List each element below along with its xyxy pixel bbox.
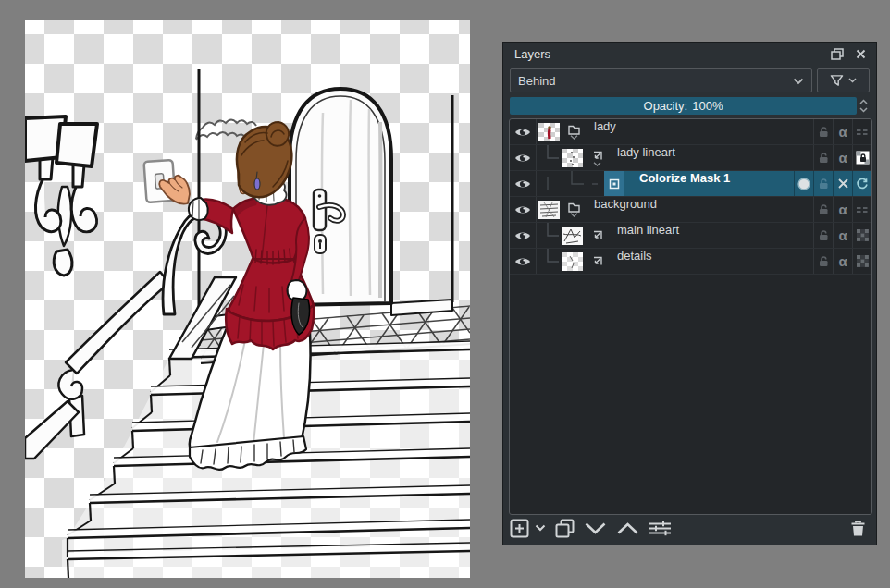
lock-toggle[interactable] [813,197,833,222]
tree-branch [560,171,585,196]
layer-row-main-lineart[interactable]: main lineart α [510,223,871,249]
lock-icon [818,126,829,138]
layer-row-colorize-mask[interactable]: Colorize Mask 1 [510,171,871,197]
passthrough-icon [856,128,869,137]
tree-branch [537,223,560,248]
layer-list: lady α lady lineart α [509,118,872,515]
layer-name: lady [594,119,616,144]
canvas[interactable] [25,20,470,578]
eye-icon [514,229,531,242]
add-layer-options-button[interactable] [535,524,546,532]
layer-row-details[interactable]: details α [510,249,871,275]
lock-icon [818,203,829,215]
alpha-toggle[interactable]: α [833,197,852,222]
add-layer-button[interactable] [510,519,529,538]
folder-icon [568,202,580,213]
lock-toggle[interactable] [813,223,833,248]
show-coloring-toggle[interactable] [833,171,852,196]
alpha-toggle[interactable]: α [833,145,852,170]
layer-filter-button[interactable] [817,68,870,92]
layer-name: background [594,197,657,222]
layer-thumbnail[interactable] [560,223,585,248]
layer-type-paint[interactable] [585,249,609,274]
duplicate-layer-button[interactable] [555,519,575,538]
colorize-mask-type-icon [604,171,624,196]
alpha-icon: α [838,227,847,243]
opacity-spinner[interactable] [857,97,870,115]
alpha-icon: α [838,202,847,217]
visibility-toggle[interactable] [510,171,537,196]
lock-toggle[interactable] [813,145,833,170]
blend-mode-value: Behind [518,74,555,88]
door [290,89,391,305]
move-layer-up-button[interactable] [616,521,639,535]
layer-thumbnail[interactable] [560,249,585,274]
chevron-down-icon [535,524,546,532]
layer-type-group[interactable] [562,197,586,222]
layer-row-lady-lineart[interactable]: lady lineart α [510,145,871,171]
alpha-icon: α [838,150,847,165]
docker-titlebar[interactable]: Layers [503,43,876,65]
opacity-value: 100% [692,99,723,113]
duplicate-icon [555,519,575,538]
layer-name: Colorize Mask 1 [639,171,730,196]
visibility-toggle[interactable] [510,223,537,248]
layer-properties-button[interactable] [649,521,672,536]
funnel-icon [830,74,844,87]
update-mask-button[interactable] [852,171,871,196]
checker-icon [857,255,869,267]
tree-branch [537,145,560,170]
layer-type-group[interactable] [562,119,586,144]
left-cuff [189,198,208,220]
alpha-channel-toggle[interactable] [852,249,871,274]
docker-title: Layers [514,47,550,61]
lock-toggle[interactable] [813,249,833,274]
alpha-locked-icon [856,151,870,165]
layer-type-paint[interactable] [585,145,609,170]
trash-icon [849,520,867,537]
krita-workspace: { "window": { "background": "#7f7f7f" },… [0,0,890,588]
lock-toggle[interactable] [813,171,833,196]
visibility-toggle[interactable] [510,145,537,170]
lock-toggle[interactable] [813,119,833,144]
passthrough-toggle[interactable] [852,197,871,222]
alpha-lock-toggle[interactable] [852,145,871,170]
alpha-toggle[interactable]: α [833,119,852,144]
tree-branch [537,171,560,196]
move-layer-down-button[interactable] [584,521,607,535]
tree-branch [537,249,560,274]
alpha-icon: α [838,253,847,269]
blend-mode-select[interactable]: Behind [510,68,812,92]
expand-chevron-icon [593,162,601,166]
alpha-channel-toggle[interactable] [852,223,871,248]
alpha-toggle[interactable]: α [833,249,852,274]
float-icon[interactable] [830,47,845,60]
close-icon[interactable] [853,47,868,60]
colorize-toggle[interactable] [794,171,813,196]
layer-row-lady[interactable]: lady α [510,119,871,145]
visibility-toggle[interactable] [510,119,537,144]
expand-chevron-icon [570,213,578,217]
layer-type-paint[interactable] [585,223,609,248]
x-icon [837,178,849,190]
earring [254,178,260,190]
lock-icon [818,178,829,190]
alpha-toggle[interactable]: α [833,223,852,248]
add-layer-icon [510,519,529,538]
colorize-circle-icon [797,177,811,191]
layer-name: details [617,249,652,274]
passthrough-toggle[interactable] [852,119,871,144]
selected-layer-highlight[interactable]: Colorize Mask 1 [604,171,871,196]
visibility-toggle[interactable] [510,197,537,222]
layer-thumbnail[interactable] [537,119,562,144]
chevron-down-icon [793,74,804,88]
visibility-toggle[interactable] [510,249,537,274]
eye-icon [514,203,531,216]
layer-row-background[interactable]: background α [510,197,871,223]
layer-thumbnail[interactable] [537,197,562,222]
delete-layer-button[interactable] [849,520,867,537]
layer-thumbnail[interactable] [560,145,585,170]
inherit-alpha-icon [591,229,603,241]
lock-icon [818,229,829,241]
opacity-slider[interactable]: Opacity: 100% [510,97,857,115]
